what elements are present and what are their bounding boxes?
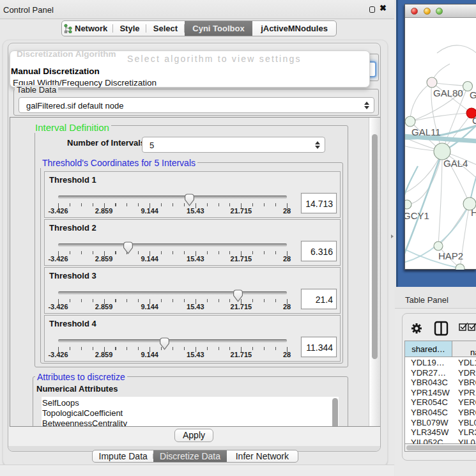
svg-text:GA: GA xyxy=(470,89,476,100)
svg-text:GAL80: GAL80 xyxy=(433,88,463,98)
svg-text:GAL11: GAL11 xyxy=(411,127,441,137)
svg-text:HAP2: HAP2 xyxy=(438,250,463,261)
svg-text:GCY1: GCY1 xyxy=(405,210,429,221)
svg-text:GAL4: GAL4 xyxy=(443,158,468,169)
svg-text:C: C xyxy=(472,115,476,126)
svg-text:H: H xyxy=(471,207,476,218)
